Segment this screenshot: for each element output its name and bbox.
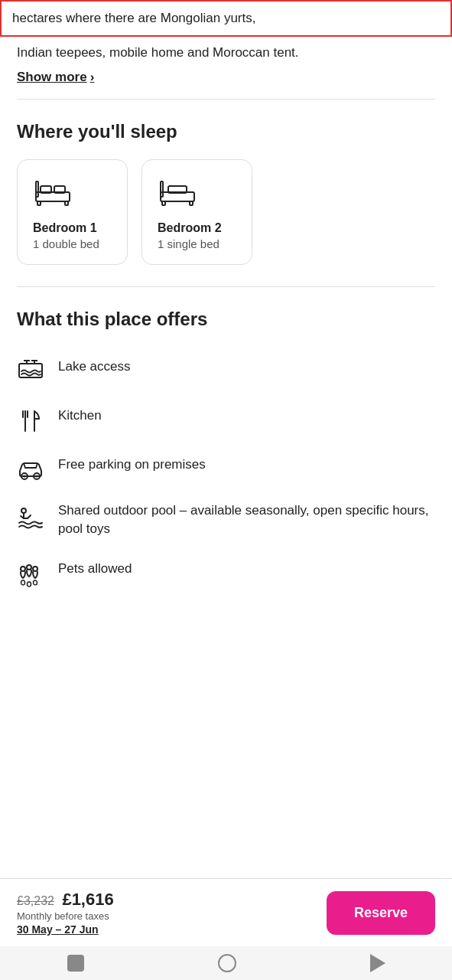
svg-rect-1 bbox=[36, 192, 70, 201]
amenity-lake: Lake access bbox=[17, 347, 435, 396]
offers-section-title: What this place offers bbox=[17, 309, 435, 330]
svg-point-24 bbox=[36, 475, 38, 478]
amenity-pets-text: Pets allowed bbox=[58, 560, 435, 578]
sleep-section: Where you'll sleep Bedroom 1 1 do bbox=[0, 100, 452, 286]
bedroom-card-1: Bedroom 1 1 double bed bbox=[17, 159, 128, 265]
bedroom-1-desc: 1 double bed bbox=[33, 237, 112, 250]
price-section: £3,232 £1,616 Monthly before taxes 30 Ma… bbox=[17, 890, 114, 936]
bedroom-1-name: Bedroom 1 bbox=[33, 221, 112, 235]
amenity-pets: Pets allowed bbox=[17, 549, 435, 599]
show-more-container: Show more › bbox=[0, 65, 452, 99]
amenity-parking: Free parking on premises bbox=[17, 445, 435, 491]
svg-rect-4 bbox=[37, 201, 41, 205]
kitchen-icon bbox=[17, 407, 44, 434]
amenity-pool: Shared outdoor pool – available seasonal… bbox=[17, 491, 435, 549]
bed-icon-2 bbox=[158, 175, 236, 211]
description-text: Indian teepees, mobile home and Moroccan… bbox=[0, 37, 452, 66]
nav-home-icon[interactable] bbox=[67, 955, 84, 972]
bedroom-2-desc: 1 single bed bbox=[158, 237, 236, 250]
amenity-lake-text: Lake access bbox=[58, 358, 435, 376]
amenity-pool-text: Shared outdoor pool – available seasonal… bbox=[58, 501, 435, 538]
bedroom-2-name: Bedroom 2 bbox=[158, 221, 236, 235]
svg-point-31 bbox=[34, 580, 37, 585]
bedroom-card-2: Bedroom 2 1 single bed bbox=[141, 159, 252, 265]
price-dates[interactable]: 30 May – 27 Jun bbox=[17, 923, 114, 936]
show-more-link[interactable]: Show more › bbox=[17, 70, 94, 85]
svg-point-27 bbox=[33, 567, 37, 571]
svg-point-29 bbox=[21, 580, 25, 585]
price-label: Monthly before taxes bbox=[17, 910, 114, 922]
price-row: £3,232 £1,616 bbox=[17, 890, 114, 910]
offers-section: What this place offers Lake access bbox=[0, 287, 452, 599]
show-more-label: Show more bbox=[17, 70, 87, 85]
amenity-kitchen-text: Kitchen bbox=[58, 407, 435, 425]
nav-back-icon[interactable] bbox=[218, 954, 236, 972]
pets-icon bbox=[17, 560, 44, 589]
lake-icon bbox=[17, 358, 44, 385]
svg-point-30 bbox=[28, 582, 31, 586]
svg-rect-9 bbox=[162, 201, 165, 205]
bedrooms-row: Bedroom 1 1 double bed Bedroom 2 1 bbox=[17, 159, 435, 286]
bed-icon-1 bbox=[33, 175, 112, 211]
svg-point-23 bbox=[24, 475, 26, 478]
bottom-bar: £3,232 £1,616 Monthly before taxes 30 Ma… bbox=[0, 878, 452, 946]
show-more-arrow: › bbox=[90, 70, 95, 85]
parking-icon bbox=[17, 456, 44, 480]
svg-point-28 bbox=[27, 565, 31, 570]
svg-rect-5 bbox=[65, 201, 68, 205]
reserve-button[interactable]: Reserve bbox=[327, 891, 435, 935]
pool-icon bbox=[17, 501, 44, 531]
svg-rect-10 bbox=[190, 201, 193, 205]
sleep-section-title: Where you'll sleep bbox=[17, 121, 435, 142]
amenity-parking-text: Free parking on premises bbox=[58, 456, 435, 474]
svg-point-26 bbox=[21, 567, 25, 571]
nav-bar bbox=[0, 946, 452, 980]
highlighted-text: hectares where there are Mongolian yurts… bbox=[0, 0, 452, 37]
price-original: £3,232 bbox=[17, 894, 54, 907]
price-current: £1,616 bbox=[62, 890, 113, 909]
nav-forward-icon[interactable] bbox=[370, 954, 385, 972]
amenity-kitchen: Kitchen bbox=[17, 396, 435, 445]
